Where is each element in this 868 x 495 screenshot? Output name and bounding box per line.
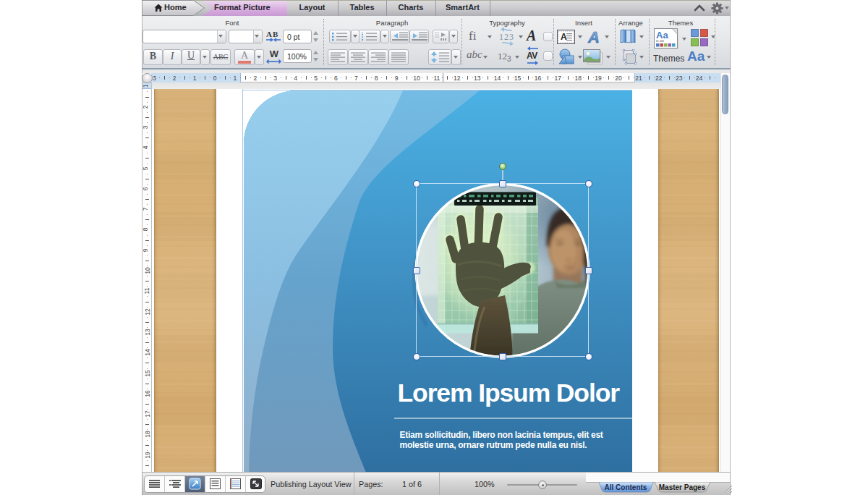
svg-text:A: A [561,32,567,42]
svg-text:All Contents: All Contents [605,483,647,491]
svg-text:A: A [587,29,600,44]
svg-text:Master Pages: Master Pages [659,483,706,491]
svg-text:Aa: Aa [656,30,668,41]
